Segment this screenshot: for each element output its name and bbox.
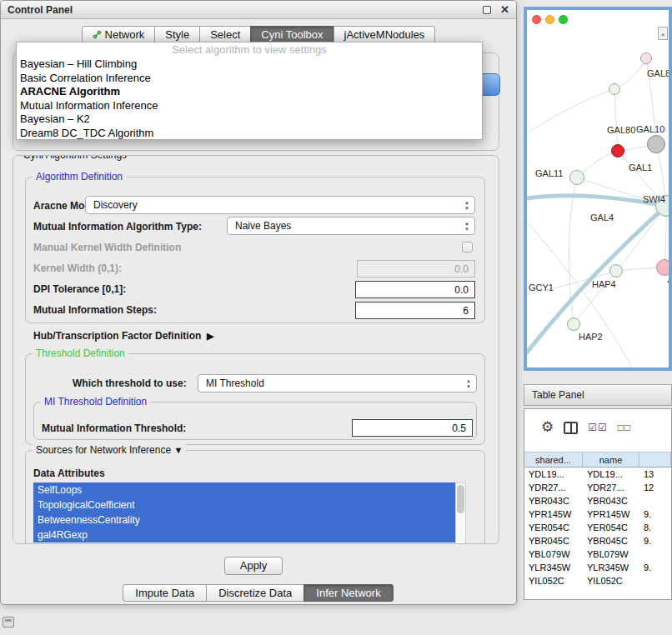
table-cell: YBR045C	[524, 534, 583, 548]
mi-steps-field[interactable]: 6	[355, 302, 475, 319]
tab-network[interactable]: Network	[82, 26, 156, 43]
node-label: GAL80	[647, 68, 672, 78]
tab-cyni-toolbox[interactable]: Cyni Toolbox	[250, 26, 333, 43]
table-row[interactable]: YBR045CYBR045C9.	[524, 534, 671, 548]
gear-icon[interactable]: ⚙	[541, 420, 554, 435]
bottom-tab-bar: Impute DataDiscretize DataInfer Network	[1, 584, 516, 602]
table-header-row: shared...name	[524, 452, 671, 468]
table-row[interactable]: YIL052CYIL052C	[524, 574, 671, 588]
algorithm-option-dream8-dc-tdc-algorithm[interactable]: Dream8 DC_TDC Algorithm	[17, 127, 482, 141]
table-cell: 12	[639, 481, 671, 494]
desktop: Control Panel ✕ NetworkStyleSelectCyni T…	[0, 0, 672, 635]
tab-jactivemnodules[interactable]: jActiveMNodules	[333, 26, 436, 43]
dpi-tolerance-field[interactable]: 0.0	[355, 281, 475, 298]
table-cell: YLR345W	[583, 561, 639, 574]
table-cell: YBL079W	[583, 548, 639, 561]
algorithm-option-aracne-algorithm[interactable]: ARACNE Algorithm	[17, 85, 482, 99]
node-label: GAL11	[535, 168, 563, 178]
network-node[interactable]	[647, 135, 665, 153]
tab-select[interactable]: Select	[199, 26, 251, 43]
window-title: Control Panel	[8, 4, 73, 16]
table-cell: YBR043C	[583, 494, 639, 508]
apply-button[interactable]: Apply	[224, 557, 283, 575]
network-node[interactable]	[609, 264, 623, 278]
attribute-list-scrollbar[interactable]	[455, 482, 466, 544]
control-panel-titlebar[interactable]: Control Panel ✕	[1, 1, 516, 19]
mi-threshold-field[interactable]: 0.5	[352, 419, 473, 437]
table-row[interactable]: YBL079WYBL079W	[524, 548, 671, 561]
algorithm-option-bayesian-k2[interactable]: Bayesian – K2	[17, 112, 482, 127]
table-row[interactable]: YDL19...YDL19...13	[524, 468, 671, 481]
scrollbar-thumb[interactable]	[457, 485, 464, 513]
table-cell: YBL079W	[524, 548, 583, 561]
expand-down-icon[interactable]: ▼	[173, 445, 183, 455]
combo-arrows-icon: ▲▼	[466, 378, 471, 389]
column-header-shared[interactable]: shared...	[524, 452, 583, 467]
which-threshold-select[interactable]: MI Threshold ▲▼	[198, 374, 477, 392]
network-node[interactable]	[567, 318, 580, 331]
top-tab-bar: NetworkStyleSelectCyni ToolboxjActiveMNo…	[1, 26, 516, 43]
mi-steps-label: Mutual Information Steps:	[33, 304, 157, 316]
table-cell: 13	[639, 468, 671, 481]
manual-kernel-label: Manual Kernel Width Definition	[33, 242, 181, 253]
table-cell: YPR145W	[524, 508, 583, 521]
manual-kernel-checkbox[interactable]	[462, 242, 473, 252]
table-cell: 8.	[639, 521, 671, 534]
close-icon[interactable]: ✕	[500, 3, 509, 17]
network-icon	[93, 30, 102, 39]
sources-group-title: Sources for Network Inference ▼	[33, 444, 186, 456]
attribute-selfloops[interactable]: SelfLoops	[33, 482, 455, 498]
table-cell: YIL052C	[524, 574, 583, 588]
algorithm-option-bayesian-hill-climbing[interactable]: Bayesian – Hill Climbing	[17, 58, 482, 72]
table-panel-title: Table Panel	[532, 389, 584, 401]
network-node[interactable]	[640, 52, 652, 64]
tab-style[interactable]: Style	[154, 26, 200, 43]
mi-algorithm-type-select[interactable]: Naive Bayes ▲▼	[227, 217, 475, 235]
table-cell: YLR345W	[524, 561, 583, 574]
bottom-tab-impute-data[interactable]: Impute Data	[123, 584, 207, 602]
aracne-mode-value: Discovery	[93, 199, 138, 211]
columns-icon[interactable]	[564, 422, 578, 434]
table-body: YDL19...YDL19...13YDR27...YDR27...12YBR0…	[524, 468, 671, 599]
table-toolbar: ⚙ ☑☑ □□	[524, 416, 631, 439]
column-header-name[interactable]: name	[583, 452, 639, 467]
table-row[interactable]: YLR345WYLR345W9.	[524, 561, 671, 574]
algorithm-option-mutual-information-inference[interactable]: Mutual Information Inference	[17, 99, 482, 113]
expand-right-icon[interactable]: ▶	[207, 331, 213, 341]
table-panel-header[interactable]: Table Panel	[524, 384, 672, 406]
network-node[interactable]	[656, 259, 672, 276]
table-cell: 9.	[639, 561, 671, 574]
table-row[interactable]: YBR043CYBR043C	[524, 494, 671, 508]
attribute-topologicalcoefficient[interactable]: TopologicalCoefficient	[33, 498, 455, 512]
data-attributes-list: SelfLoopsTopologicalCoefficientBetweenne…	[33, 482, 466, 544]
node-label: GAL80	[607, 125, 635, 135]
network-node[interactable]	[611, 144, 624, 158]
aracne-mode-select[interactable]: Discovery ▲▼	[85, 196, 475, 214]
algorithm-definition-title: Algorithm Definition	[33, 171, 126, 182]
table-cell: YER054C	[583, 521, 639, 534]
node-label: GAL4	[590, 212, 614, 222]
table-row[interactable]: YPR145WYPR145W9.	[524, 508, 671, 521]
table-cell	[639, 574, 671, 588]
minimized-window-icon[interactable]	[3, 617, 14, 628]
algorithm-dropdown-popup: Select algorithm to view settings Bayesi…	[16, 42, 483, 140]
cyni-algorithm-settings-group: Cyni Algorithm Settings Algorithm Defini…	[13, 155, 499, 544]
node-label: HAP4	[592, 279, 616, 289]
combo-arrows-icon: ▲▼	[464, 200, 469, 211]
float-window-icon[interactable]	[483, 6, 491, 14]
column-header-col2[interactable]	[639, 452, 671, 467]
table-row[interactable]: YER054CYER054C8.	[524, 521, 671, 534]
algorithm-option-basic-correlation-inference[interactable]: Basic Correlation Inference	[17, 72, 482, 86]
bottom-tab-infer-network[interactable]: Infer Network	[303, 584, 393, 602]
table-cell: YPR145W	[583, 508, 639, 521]
bottom-tab-discretize-data[interactable]: Discretize Data	[206, 584, 304, 602]
network-node[interactable]	[569, 170, 584, 185]
network-view-window[interactable]: ▴	[524, 7, 672, 371]
attribute-gal4rgexp[interactable]: gal4RGexp	[33, 528, 455, 542]
attribute-betweennesscentrality[interactable]: BetweennessCentrality	[33, 512, 455, 528]
table-row[interactable]: YDR27...YDR27...12	[524, 481, 671, 494]
algorithm-list: Bayesian – Hill ClimbingBasic Correlatio…	[17, 58, 482, 140]
select-all-icon[interactable]: ☑☑	[588, 422, 608, 433]
network-node[interactable]	[609, 83, 620, 95]
deselect-all-icon[interactable]: □□	[618, 422, 632, 433]
